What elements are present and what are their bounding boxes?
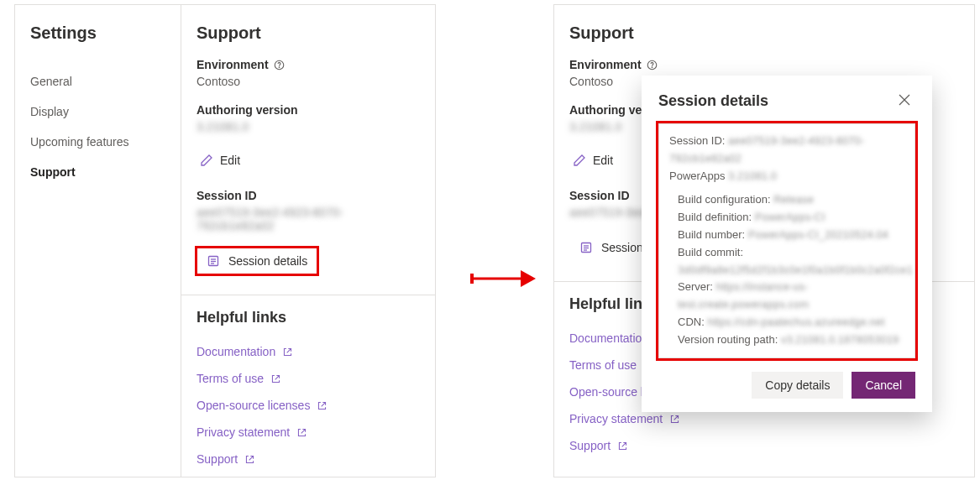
session-id-value: aee07519-3ee2-4923-8070-792cb1e82a02 — [197, 206, 420, 232]
settings-sidebar: Settings General Display Upcoming featur… — [15, 5, 181, 477]
powerapps-label: PowerApps — [669, 170, 725, 182]
session-details-dialog: Session details Session ID: aee07519-3ee… — [642, 76, 932, 412]
link-support[interactable]: Support — [554, 432, 974, 459]
arrow-icon — [470, 265, 537, 292]
link-documentation[interactable]: Documentation — [181, 338, 435, 365]
sidebar-item-general[interactable]: General — [30, 66, 181, 97]
edit-button[interactable]: Edit — [569, 149, 616, 172]
svg-point-1 — [279, 66, 280, 67]
dialog-body: Session ID: aee07519-3ee2-4923-8070-792c… — [658, 123, 915, 358]
support-content: Support Environment Contoso Authoring ve… — [181, 5, 435, 477]
svg-rect-8 — [470, 274, 474, 284]
build-def-value: PowerApps-CI — [755, 211, 825, 223]
external-link-icon — [270, 373, 281, 384]
build-commit-value: 3d0df9a8e12f5d2f1b3c0e1f0a1b0f1b0c2a0f2c… — [678, 263, 913, 276]
copy-details-button[interactable]: Copy details — [752, 372, 843, 399]
edit-button[interactable]: Edit — [197, 149, 244, 172]
close-icon — [899, 94, 910, 106]
cdn-label: CDN: — [678, 316, 705, 328]
session-details-button[interactable]: Session details — [197, 248, 317, 274]
vrp-label: Version routing path: — [678, 333, 778, 346]
help-icon[interactable] — [647, 60, 658, 70]
sidebar-item-support[interactable]: Support — [30, 157, 181, 187]
support-heading: Support — [569, 23, 959, 43]
sidebar-item-upcoming-features[interactable]: Upcoming features — [30, 127, 181, 157]
external-link-icon — [244, 454, 255, 465]
details-icon — [579, 241, 593, 254]
pencil-icon — [573, 154, 586, 167]
settings-panel-left: Settings General Display Upcoming featur… — [14, 4, 436, 477]
authoring-version-label: Authoring version — [197, 103, 420, 117]
session-id-label: Session ID — [197, 189, 420, 202]
server-label: Server: — [678, 280, 713, 293]
help-icon[interactable] — [274, 60, 285, 70]
close-button[interactable] — [894, 91, 915, 112]
link-open-source-licenses[interactable]: Open-source licenses — [181, 392, 435, 419]
authoring-version-value: 3.21081.0 — [197, 120, 420, 133]
cancel-button[interactable]: Cancel — [852, 372, 915, 399]
session-id-label: Session ID: — [669, 134, 725, 147]
helpful-links-heading: Helpful links — [181, 309, 435, 326]
support-heading: Support — [197, 23, 420, 43]
link-support[interactable]: Support — [181, 446, 435, 472]
external-link-icon — [296, 427, 307, 438]
build-config-label: Build configuration: — [678, 193, 771, 206]
powerapps-value: 3.21081.0 — [728, 170, 777, 182]
environment-value: Contoso — [197, 75, 420, 88]
environment-label: Environment — [197, 58, 420, 71]
external-link-icon — [617, 441, 628, 451]
build-num-label: Build number: — [678, 228, 745, 241]
settings-title: Settings — [30, 23, 181, 43]
build-num-value: PowerApps-CI_20210524.04 — [748, 228, 888, 241]
environment-label: Environment — [569, 58, 959, 71]
divider — [181, 295, 435, 295]
build-config-value: Release — [773, 193, 814, 206]
external-link-icon — [317, 400, 328, 411]
svg-point-10 — [652, 66, 652, 67]
external-link-icon — [669, 414, 680, 425]
dialog-title: Session details — [658, 92, 768, 110]
svg-marker-7 — [521, 270, 536, 287]
sidebar-item-display[interactable]: Display — [30, 97, 181, 127]
link-terms-of-use[interactable]: Terms of use — [181, 365, 435, 392]
build-commit-label: Build commit: — [678, 246, 743, 258]
external-link-icon — [282, 347, 293, 357]
build-def-label: Build definition: — [678, 211, 752, 223]
vrp-value: v3.21081.0.1878053019 — [781, 333, 899, 346]
link-privacy-statement[interactable]: Privacy statement — [181, 419, 435, 446]
cdn-value: https://cdn-paatechus.azureedge.net — [707, 316, 884, 328]
details-icon — [207, 254, 220, 268]
pencil-icon — [200, 154, 213, 167]
